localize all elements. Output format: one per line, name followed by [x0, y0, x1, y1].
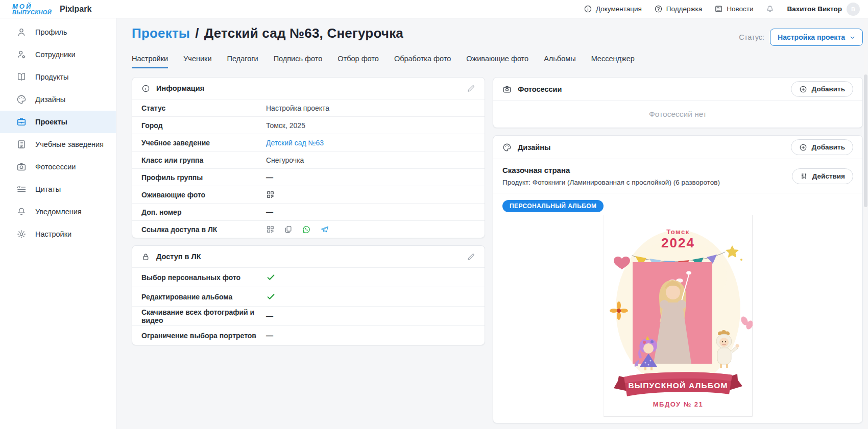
nav-documentation[interactable]: Документация — [584, 5, 642, 13]
sidebar-item-notifications[interactable]: Уведомления — [0, 200, 116, 223]
designs-title: Дизайны — [518, 143, 550, 152]
check-icon — [266, 272, 276, 282]
row-value: Томск, 2025 — [266, 121, 305, 130]
sidebar-item-label: Дизайны — [35, 95, 65, 104]
access-card: Доступ в ЛК Выбор персональных фото — [132, 245, 485, 345]
tab-students[interactable]: Ученики — [183, 55, 211, 68]
breadcrumb-projects-link[interactable]: Проекты — [132, 26, 190, 41]
tab-photo-selection[interactable]: Отбор фото — [337, 55, 379, 68]
avatar: В — [847, 3, 860, 16]
app-logo[interactable]: МОЙ ВЫПУСКНОЙ — [12, 3, 52, 15]
project-status-dropdown[interactable]: Настройка проекта — [770, 29, 863, 46]
sidebar-item-profile[interactable]: Профиль — [0, 21, 116, 43]
info-row-status: Статус Настройка проекта — [132, 99, 485, 116]
user-menu[interactable]: Вахитов Виктор В — [787, 3, 860, 16]
logo-line-2: ВЫПУСКНОЙ — [12, 10, 52, 15]
sidebar-item-products[interactable]: Продукты — [0, 66, 116, 88]
book-icon — [16, 72, 27, 82]
notifications-bell-button[interactable] — [765, 5, 775, 14]
qr-code-icon[interactable] — [266, 190, 275, 199]
cover-year: 2024 — [661, 235, 695, 250]
design-name: Сказочная страна — [502, 166, 720, 174]
add-design-button[interactable]: Добавить — [791, 139, 853, 155]
access-card-title: Доступ в ЛК — [156, 253, 201, 261]
sidebar-item-quotes[interactable]: Цитаты — [0, 178, 116, 200]
cover-school-text: МБДОУ № 21 — [653, 400, 703, 408]
nav-documentation-label: Документация — [596, 5, 642, 13]
sidebar-item-settings[interactable]: Настройки — [0, 223, 116, 245]
check-icon — [266, 292, 276, 301]
photosessions-empty-text: Фотосессий нет — [493, 101, 862, 128]
sidebar-item-photosessions[interactable]: Фотосессии — [0, 156, 116, 178]
nav-support[interactable]: Поддержка — [654, 5, 702, 13]
dash-icon: — — [266, 312, 273, 320]
tab-messenger[interactable]: Мессенджер — [591, 55, 635, 68]
briefcase-icon — [16, 117, 27, 127]
sidebar-item-designs[interactable]: Дизайны — [0, 88, 116, 111]
edit-info-button[interactable] — [467, 84, 475, 93]
info-row-extra-number: Доп. номер — — [132, 203, 485, 220]
tab-albums[interactable]: Альбомы — [544, 55, 575, 68]
row-value: Настройка проекта — [266, 104, 329, 112]
designs-card: Дизайны Добавить Сказочная страна Продук… — [493, 135, 863, 423]
nav-support-label: Поддержка — [666, 5, 702, 13]
tab-photo-processing[interactable]: Обработка фото — [394, 55, 451, 68]
sidebar-item-label: Фотосессии — [35, 163, 76, 171]
copy-link-icon[interactable] — [284, 225, 293, 234]
row-label: Статус — [141, 104, 266, 112]
edit-access-button[interactable] — [467, 253, 475, 261]
palette-icon — [502, 143, 512, 152]
camera-icon — [502, 85, 512, 94]
info-card-title: Информация — [156, 84, 204, 92]
lock-icon — [141, 253, 150, 261]
row-label: Ссылка доступа в ЛК — [141, 225, 266, 234]
sidebar: Профиль Сотрудники Продукты Дизайны — [0, 18, 116, 429]
dash-icon: — — [266, 332, 273, 340]
info-row-access-link: Ссылка доступа в ЛК — [132, 220, 485, 238]
school-link[interactable]: Детский сад №63 — [266, 139, 324, 147]
info-row-group-profile: Профиль группы — — [132, 168, 485, 186]
page-scrollbar — [864, 18, 867, 429]
info-card: Информация Статус Настройка проекта Горо… — [132, 77, 485, 238]
tab-settings[interactable]: Настройки — [132, 55, 168, 68]
whatsapp-icon[interactable] — [302, 225, 311, 234]
sidebar-item-projects[interactable]: Проекты — [0, 111, 116, 133]
info-circle-icon — [584, 5, 592, 13]
row-value: Снегурочка — [266, 156, 304, 164]
sidebar-item-label: Профиль — [35, 28, 67, 36]
nav-news-label: Новости — [727, 5, 753, 13]
scrollbar-thumb[interactable] — [864, 74, 867, 207]
chevron-down-icon — [850, 35, 855, 40]
design-actions-button[interactable]: Действия — [792, 168, 853, 184]
building-icon — [16, 139, 27, 149]
gear-icon — [16, 229, 27, 239]
row-label: Город — [141, 121, 266, 130]
sidebar-item-schools[interactable]: Учебные заведения — [0, 133, 116, 156]
design-row: Сказочная страна Продукт: Фотокниги (Лам… — [493, 159, 862, 193]
add-button-label: Добавить — [812, 85, 845, 93]
tab-teachers[interactable]: Педагоги — [227, 55, 258, 68]
add-button-label: Добавить — [812, 143, 845, 151]
qr-code-icon[interactable] — [266, 225, 275, 234]
add-photosession-button[interactable]: Добавить — [791, 81, 853, 97]
row-label: Профиль группы — [141, 173, 266, 182]
telegram-icon[interactable] — [320, 225, 329, 234]
sidebar-item-label: Уведомления — [35, 208, 82, 216]
personal-album-badge: ПЕРСОНАЛЬНЫЙ АЛЬБОМ — [502, 200, 604, 212]
actions-button-label: Действия — [812, 172, 845, 180]
project-tabs: Настройки Ученики Педагоги Подпись фото … — [132, 55, 863, 68]
breadcrumb: Проекты/Детский сад №63, Снегурочка — [132, 26, 403, 41]
sidebar-item-employees[interactable]: Сотрудники — [0, 43, 116, 66]
tab-photo-captions[interactable]: Подпись фото — [274, 55, 323, 68]
info-row-city: Город Томск, 2025 — [132, 116, 485, 134]
sidebar-item-label: Продукты — [35, 73, 69, 81]
nav-news[interactable]: Новости — [714, 5, 753, 13]
user-gear-icon — [16, 49, 27, 60]
tab-living-photos[interactable]: Оживающие фото — [466, 55, 528, 68]
album-cover-preview[interactable]: Томск 2024 — [604, 215, 753, 417]
bell-icon — [765, 5, 775, 14]
status-label: Статус: — [739, 33, 764, 41]
status-group: Статус: Настройка проекта — [739, 29, 863, 46]
cover-ribbon-text: ВЫПУСКНОЙ АЛЬБОМ — [628, 381, 728, 390]
sidebar-item-label: Учебные заведения — [35, 140, 104, 148]
